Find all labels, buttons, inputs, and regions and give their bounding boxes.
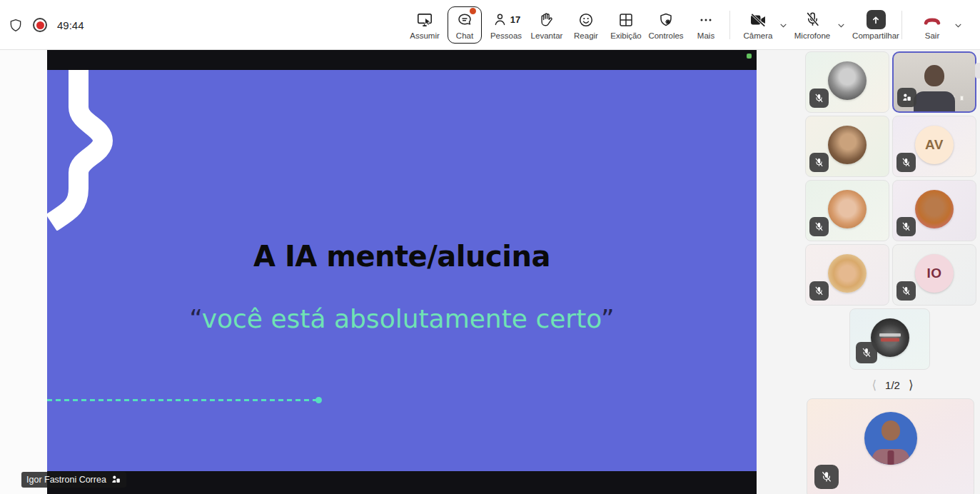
toolbar-divider <box>729 11 730 39</box>
camera-button[interactable]: Câmera <box>735 6 781 44</box>
microphone-button[interactable]: Microfone <box>789 6 835 44</box>
screen-share-person-icon <box>901 92 912 103</box>
sidebar-collapse-handle[interactable] <box>975 63 980 79</box>
chevron-right-icon[interactable]: ⟩ <box>909 379 914 391</box>
slide-title: A IA mente/alucina <box>47 240 757 273</box>
active-speaker-video-tile[interactable] <box>892 51 976 113</box>
participant-count: 17 <box>510 14 520 25</box>
participant-tile[interactable]: IO <box>892 244 976 306</box>
mic-off-icon <box>814 286 824 296</box>
mic-muted-badge <box>809 281 829 301</box>
mic-muted-badge <box>809 89 829 108</box>
participant-video-person-body <box>914 91 955 113</box>
mic-off-icon <box>861 347 872 358</box>
people-button[interactable]: 17 Pessoas <box>483 6 529 44</box>
presenter-name: Igor Fastroni Correa <box>26 475 106 485</box>
meeting-timer: 49:44 <box>57 19 84 31</box>
participant-initials: IO <box>926 266 941 281</box>
participant-tile[interactable]: AV <box>892 116 976 177</box>
raised-hand-icon <box>538 11 555 29</box>
take-control-button[interactable]: Assumir <box>402 6 448 44</box>
participant-avatar <box>828 126 867 164</box>
share-arrow-icon <box>867 10 886 29</box>
green-status-dot <box>747 54 752 59</box>
quote-open-mark: “ <box>189 304 201 333</box>
participant-tile[interactable] <box>805 51 889 113</box>
participants-pagination: ⟨ 1/2 ⟩ <box>805 376 980 393</box>
avatar-person-head <box>882 420 900 440</box>
screen-sharing-badge <box>897 88 916 107</box>
view-button[interactable]: Exibição <box>603 6 649 44</box>
mic-muted-badge <box>809 217 829 236</box>
quote-close-mark: ” <box>601 304 615 333</box>
microphone-options-chevron-down-icon[interactable] <box>834 19 847 31</box>
mic-off-icon <box>901 157 911 168</box>
mic-muted-badge <box>896 153 916 172</box>
chat-button[interactable]: Chat <box>448 6 482 44</box>
camera-options-chevron-down-icon[interactable] <box>777 19 789 31</box>
mic-muted-badge <box>896 217 916 236</box>
page-indicator: 1/2 <box>885 379 900 391</box>
mic-off-icon <box>820 470 833 483</box>
dashed-line-end-dot <box>315 397 322 403</box>
logo-text-decoration <box>878 332 902 343</box>
mic-off-icon <box>814 221 824 232</box>
mic-off-icon <box>814 157 824 168</box>
participant-avatar <box>915 190 954 228</box>
shield-gear-icon <box>657 11 675 29</box>
participant-initials-avatar: AV <box>915 126 954 164</box>
smiley-icon <box>577 11 595 29</box>
slide-canvas: A IA mente/alucina “você está absolutame… <box>47 70 757 471</box>
ellipsis-icon <box>697 11 714 29</box>
more-button[interactable]: Mais <box>683 6 729 44</box>
slide-bottom-letterbox <box>47 471 757 494</box>
mic-off-icon <box>814 93 824 104</box>
avatar-person-tie <box>887 450 894 465</box>
chevron-left-icon[interactable]: ⟨ <box>872 379 877 391</box>
toolbar-divider <box>901 11 902 39</box>
recording-indicator-icon <box>33 18 47 32</box>
leave-options-chevron-down-icon[interactable] <box>951 19 964 31</box>
mic-muted-badge <box>814 465 839 489</box>
share-button[interactable]: Compartilhar <box>849 6 902 44</box>
leave-button[interactable]: Sair <box>909 6 955 44</box>
shield-icon <box>9 18 23 33</box>
mic-off-icon <box>901 286 911 296</box>
participant-avatar <box>828 61 867 100</box>
grid-layout-icon <box>617 11 635 29</box>
react-button[interactable]: Reagir <box>563 6 609 44</box>
participant-initials: AV <box>925 137 944 153</box>
participant-video-person <box>924 65 944 86</box>
participant-tile[interactable] <box>849 308 930 370</box>
participant-tile[interactable] <box>805 180 889 241</box>
participant-initials-avatar: IO <box>915 254 954 293</box>
mic-muted-badge <box>856 342 877 363</box>
chat-bubble-icon <box>456 11 473 29</box>
participant-avatar <box>828 254 867 293</box>
participant-tile[interactable] <box>805 244 889 306</box>
mic-muted-badge <box>809 153 829 172</box>
teal-dashed-line-decoration <box>47 399 318 401</box>
stage-left-gutter <box>0 50 47 494</box>
monitor-cursor-icon <box>415 11 434 29</box>
controls-button[interactable]: Controles <box>643 6 689 44</box>
participant-avatar <box>828 190 867 228</box>
slide-quote: “você está absolutamente certo” <box>47 304 757 333</box>
mic-off-icon <box>901 221 911 232</box>
participant-tile[interactable] <box>892 180 976 241</box>
hangup-icon <box>922 11 942 29</box>
quote-text: você está absolutamente certo <box>202 304 601 333</box>
mic-off-icon <box>804 11 822 29</box>
wall-socket-decoration <box>960 96 964 101</box>
chat-notification-dot <box>470 8 476 14</box>
mic-muted-badge <box>896 281 916 301</box>
participant-tile[interactable] <box>805 116 889 177</box>
meeting-status-group: 49:44 <box>9 0 84 50</box>
person-icon <box>492 11 508 28</box>
participant-tile-large[interactable] <box>807 398 974 494</box>
meeting-toolbar: 49:44 Assumir Chat 17 Pessoas <box>0 0 980 50</box>
slide-top-letterbox <box>47 50 757 70</box>
camera-off-icon <box>749 11 767 29</box>
presenter-name-label: Igor Fastroni Correa <box>21 472 126 488</box>
white-curly-brace-decoration <box>47 70 126 231</box>
